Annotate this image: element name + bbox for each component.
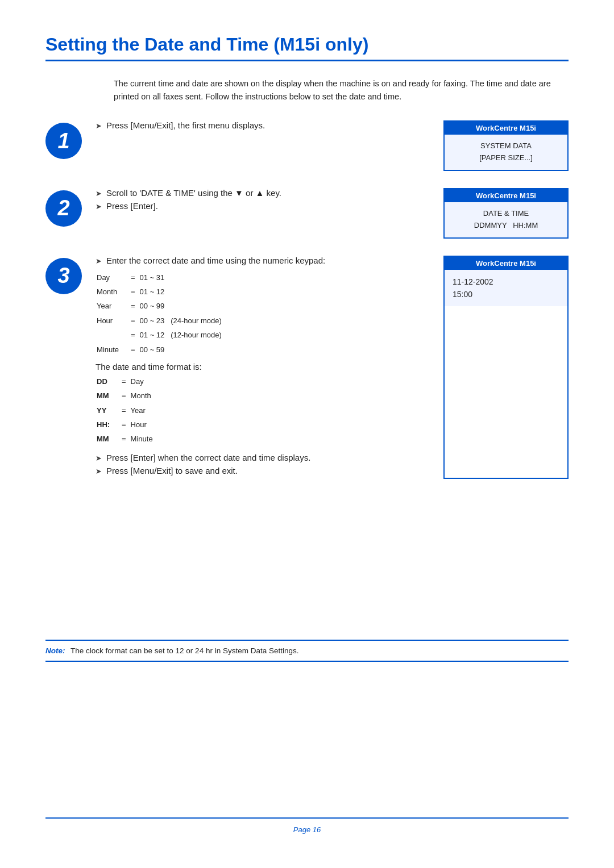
intro-paragraph: The current time and date are shown on t… (45, 77, 569, 103)
step-1-instructions: ➤ Press [Menu/Exit], the first menu disp… (96, 120, 443, 171)
table-row: Month = 01 ~ 12 (97, 285, 224, 298)
key-label-year: Year (97, 299, 126, 312)
step-1-bullet-1-text: Press [Menu/Exit], the first menu displa… (106, 120, 432, 130)
bullet-arrow-icon-3c: ➤ (96, 467, 102, 475)
fmt-val-dd: Day (131, 375, 155, 388)
fmt-eq-3: = (118, 404, 130, 417)
step-3-format-table: DD = Day MM = Month YY = Year (96, 374, 156, 447)
key-label-minute: Minute (97, 343, 126, 356)
fmt-label-hh: HH: (97, 418, 117, 431)
step-2-row: 2 ➤ Scroll to 'DATE & TIME' using the ▼ … (45, 188, 569, 239)
key-eq-1: = (127, 271, 139, 284)
step-3-display-body: 11-12-200215:00 (445, 270, 567, 307)
key-val-year: 00 ~ 99 (140, 299, 224, 312)
spacer (45, 679, 569, 817)
fmt-label-dd: DD (97, 375, 117, 388)
key-eq-5: = (127, 328, 139, 341)
step-3-instructions: ➤ Enter the correct date and time using … (96, 256, 443, 479)
step-2-display-header: WorkCentre M15i (445, 189, 567, 202)
step-1-display-body: SYSTEM DATA[PAPER SIZE...] (445, 135, 567, 170)
page-container: Setting the Date and Time (M15i only) Th… (0, 0, 614, 868)
key-label-hour-empty (97, 328, 126, 341)
step-2-bullet-1-text: Scroll to 'DATE & TIME' using the ▼ or ▲… (106, 188, 432, 198)
table-row: Minute = 00 ~ 59 (97, 343, 224, 356)
table-row: HH: = Hour (97, 418, 155, 431)
fmt-eq-5: = (118, 432, 130, 445)
step-2-content: ➤ Scroll to 'DATE & TIME' using the ▼ or… (96, 188, 569, 239)
title-divider (45, 60, 569, 61)
fmt-val-mm1: Month (131, 389, 155, 402)
key-val-month: 01 ~ 12 (140, 285, 224, 298)
step-2-display-body: DATE & TIMEDDMMYY HH:MM (445, 202, 567, 237)
fmt-val-hh: Hour (131, 418, 155, 431)
fmt-eq-1: = (118, 375, 130, 388)
key-eq-3: = (127, 299, 139, 312)
fmt-eq-2: = (118, 389, 130, 402)
step-3-display-header: WorkCentre M15i (445, 257, 567, 270)
step-2-display: WorkCentre M15i DATE & TIMEDDMMYY HH:MM (443, 188, 569, 239)
bullet-arrow-icon-3a: ➤ (96, 257, 102, 265)
fmt-label-yy: YY (97, 404, 117, 417)
page-title: Setting the Date and Time (M15i only) (45, 34, 569, 55)
fmt-label-mm2: MM (97, 432, 117, 445)
steps-area: 1 ➤ Press [Menu/Exit], the first menu di… (45, 120, 569, 634)
step-3-number: 3 (45, 258, 82, 294)
bullet-arrow-icon-2b: ➤ (96, 202, 102, 211)
step-3-row: 3 ➤ Enter the correct date and time usin… (45, 256, 569, 479)
step-2-number: 2 (45, 190, 82, 227)
step-2-bullet-1: ➤ Scroll to 'DATE & TIME' using the ▼ or… (96, 188, 432, 198)
step-3-bullet-main-text: Enter the correct date and time using th… (106, 256, 432, 265)
step-1-content: ➤ Press [Menu/Exit], the first menu disp… (96, 120, 569, 171)
step-1-row: 1 ➤ Press [Menu/Exit], the first menu di… (45, 120, 569, 171)
table-row: Hour = 00 ~ 23 (24-hour mode) (97, 314, 224, 327)
fmt-eq-4: = (118, 418, 130, 431)
key-val-minute: 00 ~ 59 (140, 343, 224, 356)
step-3-bullet-enter: ➤ Press [Enter] when the correct date an… (96, 453, 432, 462)
step-1-display: WorkCentre M15i SYSTEM DATA[PAPER SIZE..… (443, 120, 569, 171)
table-row: Year = 00 ~ 99 (97, 299, 224, 312)
step-1-bullet-1: ➤ Press [Menu/Exit], the first menu disp… (96, 120, 432, 130)
step-1-display-header: WorkCentre M15i (445, 122, 567, 135)
fmt-label-mm1: MM (97, 389, 117, 402)
step-3-key-table: Day = 01 ~ 31 Month = 01 ~ 12 Year = (96, 270, 225, 357)
page-number: Page 16 (293, 825, 321, 834)
table-row: DD = Day (97, 375, 155, 388)
step-3-bullet-enter-text: Press [Enter] when the correct date and … (106, 453, 432, 462)
step-3-bullet-exit: ➤ Press [Menu/Exit] to save and exit. (96, 466, 432, 475)
key-label-hour: Hour (97, 314, 126, 327)
note-section: Note: The clock format can be set to 12 … (45, 640, 569, 662)
bullet-arrow-icon: ➤ (96, 122, 102, 130)
format-label: The date and time format is: (96, 362, 432, 372)
step-3-bullet-exit-text: Press [Menu/Exit] to save and exit. (106, 466, 432, 475)
key-val-hour-12: 01 ~ 12 (12-hour mode) (140, 328, 224, 341)
table-row: YY = Year (97, 404, 155, 417)
step-3-display: WorkCentre M15i 11-12-200215:00 (443, 256, 569, 479)
table-row: MM = Month (97, 389, 155, 402)
note-label: Note: (45, 646, 65, 655)
step-3-content: ➤ Enter the correct date and time using … (96, 256, 569, 479)
footer: Page 16 (45, 817, 569, 834)
key-eq-2: = (127, 285, 139, 298)
table-row: MM = Minute (97, 432, 155, 445)
fmt-val-yy: Year (131, 404, 155, 417)
key-eq-6: = (127, 343, 139, 356)
table-row: = 01 ~ 12 (12-hour mode) (97, 328, 224, 341)
table-row: Day = 01 ~ 31 (97, 271, 224, 284)
key-val-day: 01 ~ 31 (140, 271, 224, 284)
step-2-instructions: ➤ Scroll to 'DATE & TIME' using the ▼ or… (96, 188, 443, 239)
key-val-hour-24: 00 ~ 23 (24-hour mode) (140, 314, 224, 327)
fmt-val-mm2: Minute (131, 432, 155, 445)
key-label-day: Day (97, 271, 126, 284)
bullet-arrow-icon-2a: ➤ (96, 189, 102, 198)
step-2-bullet-2: ➤ Press [Enter]. (96, 201, 432, 211)
step-3-bullet-main: ➤ Enter the correct date and time using … (96, 256, 432, 265)
step-2-bullet-2-text: Press [Enter]. (106, 201, 432, 211)
note-text: The clock format can be set to 12 or 24 … (70, 646, 298, 655)
key-label-month: Month (97, 285, 126, 298)
key-eq-4: = (127, 314, 139, 327)
step-1-number: 1 (45, 123, 82, 159)
bullet-arrow-icon-3b: ➤ (96, 454, 102, 462)
